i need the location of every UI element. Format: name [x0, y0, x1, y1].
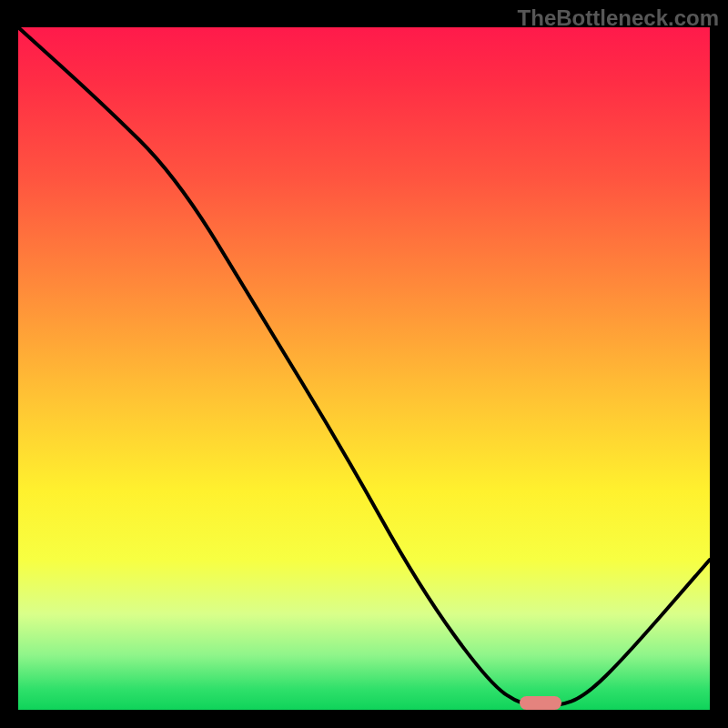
plot-area: [18, 27, 710, 710]
chart-frame: TheBottleneck.com: [0, 0, 728, 728]
curve-layer: [18, 27, 710, 710]
optimal-marker: [520, 696, 561, 710]
bottleneck-curve: [18, 27, 710, 706]
watermark-label: TheBottleneck.com: [518, 5, 719, 31]
